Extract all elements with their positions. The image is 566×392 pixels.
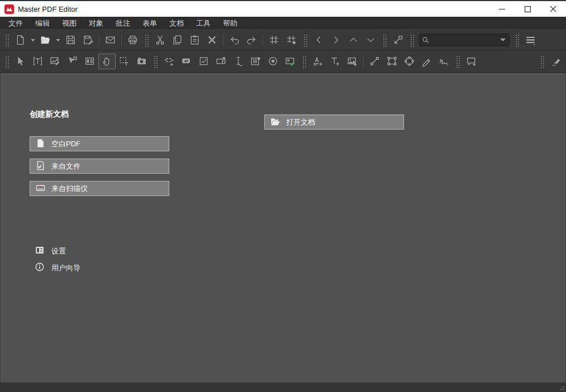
grid-button[interactable]	[265, 32, 283, 48]
info-icon	[35, 262, 45, 274]
menu-item-8[interactable]: 帮助	[217, 17, 244, 30]
toolbar-drag-handle[interactable]	[382, 34, 387, 47]
redo-button[interactable]	[243, 32, 260, 48]
listbox-field-button[interactable]	[247, 54, 264, 69]
resize-grip[interactable]	[558, 384, 565, 391]
next-view-button[interactable]	[327, 32, 345, 48]
menu-item-0[interactable]: 文件	[2, 17, 29, 30]
snap-to-grid-button[interactable]	[283, 32, 300, 48]
toolbar-drag-handle[interactable]	[410, 34, 414, 47]
link-tool-button[interactable]	[160, 54, 178, 69]
previous-view-button[interactable]	[310, 32, 327, 48]
select-text-tool-button[interactable]	[116, 54, 133, 69]
save-icon	[65, 34, 77, 46]
dropdown-arrow-button[interactable]	[54, 32, 62, 48]
toolbar-drag-handle[interactable]	[153, 55, 158, 68]
save-button[interactable]	[62, 32, 79, 48]
menu-item-5[interactable]: 表单	[136, 17, 163, 30]
email-button[interactable]	[102, 32, 119, 48]
add-text-icon	[329, 55, 341, 67]
checkbox-field-button[interactable]	[195, 54, 212, 69]
rectangle-tool-icon	[386, 55, 398, 67]
menu-item-4[interactable]: 批注	[110, 17, 136, 30]
edit-text-tool-button[interactable]	[29, 54, 46, 69]
cut-button[interactable]	[151, 32, 169, 48]
rectangle-tool-button[interactable]	[383, 54, 401, 69]
toolbar-drag-handle[interactable]	[4, 55, 9, 68]
signature-tool-button[interactable]	[435, 54, 453, 69]
undo-button[interactable]	[226, 32, 243, 48]
signature-field-icon	[284, 55, 296, 67]
dropdown-arrow-button[interactable]	[29, 32, 37, 48]
pencil-tool-button[interactable]	[418, 54, 435, 69]
save-as-icon	[82, 34, 94, 46]
user-guide-link[interactable]: 用户向导	[35, 262, 80, 274]
search-input[interactable]	[431, 36, 500, 44]
from-scanner-button[interactable]: 来自扫描仪	[30, 181, 169, 196]
dropdown-arrow-icon	[30, 37, 36, 43]
page-up-button[interactable]	[345, 32, 362, 48]
sticky-note-button[interactable]	[463, 54, 480, 69]
toolbar-separator	[363, 55, 364, 68]
edit-forms-tool-button[interactable]	[64, 54, 81, 69]
menu-item-2[interactable]: 视图	[56, 17, 83, 30]
button-field-button[interactable]	[178, 54, 195, 69]
fit-window-button[interactable]	[389, 32, 407, 48]
tools-toolbar	[0, 50, 566, 73]
search-dropdown-arrow[interactable]	[500, 39, 506, 41]
add-text-button[interactable]	[326, 54, 344, 69]
toolbar-drag-handle[interactable]	[515, 34, 519, 47]
settings-link[interactable]: 设置	[35, 245, 66, 257]
maximize-button[interactable]	[515, 1, 540, 17]
save-as-button[interactable]	[79, 32, 97, 48]
menu-item-3[interactable]: 对象	[83, 17, 110, 30]
toolbar-drag-handle[interactable]	[303, 34, 307, 47]
menu-button[interactable]	[522, 32, 539, 48]
snapshot-tool-icon	[136, 55, 148, 67]
add-image-button[interactable]	[344, 54, 361, 69]
search-box[interactable]	[419, 34, 510, 46]
eraser-tool-button[interactable]	[547, 54, 564, 69]
snapshot-tool-button[interactable]	[133, 54, 150, 69]
minimize-button[interactable]	[489, 1, 515, 17]
blank-pdf-icon	[35, 138, 46, 150]
copy-button[interactable]	[169, 32, 186, 48]
next-view-icon	[330, 34, 342, 46]
toolbar-drag-handle[interactable]	[4, 34, 9, 47]
paste-button[interactable]	[186, 32, 203, 48]
toolbar-drag-handle[interactable]	[455, 55, 460, 68]
text-annotation-button[interactable]	[309, 54, 326, 69]
new-document-button[interactable]	[12, 32, 29, 48]
close-button[interactable]	[540, 1, 566, 17]
ellipse-tool-button[interactable]	[401, 54, 418, 69]
blank-pdf-button[interactable]: 空白PDF	[30, 136, 169, 151]
page-down-button[interactable]	[362, 32, 379, 48]
open-document-button[interactable]: 打开文档	[264, 114, 404, 130]
text-field-button[interactable]	[230, 54, 247, 69]
button-field-icon	[180, 55, 192, 67]
edit-images-tool-icon	[49, 55, 61, 67]
edit-forms-tool-icon	[66, 55, 78, 67]
line-tool-button[interactable]	[366, 54, 383, 69]
select-tool-button[interactable]	[12, 54, 29, 69]
toolbar-drag-handle[interactable]	[540, 55, 544, 68]
edit-images-tool-button[interactable]	[46, 54, 64, 69]
combobox-field-button[interactable]	[212, 54, 230, 69]
settings-icon	[35, 245, 45, 257]
window-title: Master PDF Editor	[18, 5, 78, 13]
signature-field-button[interactable]	[282, 54, 299, 69]
menu-item-1[interactable]: 编辑	[29, 17, 56, 30]
toolbar-drag-handle[interactable]	[144, 34, 149, 47]
hand-tool-button[interactable]	[98, 54, 116, 69]
menu-item-6[interactable]: 文档	[163, 17, 190, 30]
delete-button[interactable]	[203, 32, 221, 48]
paste-icon	[189, 34, 201, 46]
toolbar-drag-handle[interactable]	[302, 55, 306, 68]
radio-field-button[interactable]	[264, 54, 282, 69]
menu-item-7[interactable]: 工具	[190, 17, 217, 30]
properties-tool-button[interactable]	[81, 54, 98, 69]
from-file-button[interactable]: 来自文件	[30, 159, 169, 174]
print-button[interactable]	[124, 32, 141, 48]
add-image-icon	[346, 55, 358, 67]
open-document-button[interactable]	[37, 32, 54, 48]
